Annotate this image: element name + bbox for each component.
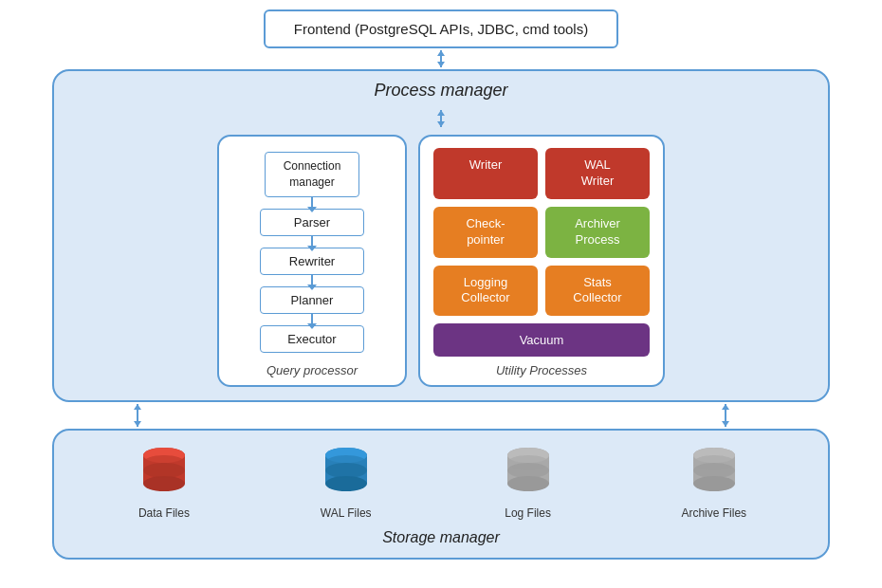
qp-storage-arrow (128, 402, 147, 429)
inner-area: Connectionmanager Parser Rewriter Planne (69, 135, 813, 387)
svg-point-29 (507, 463, 549, 478)
svg-marker-8 (134, 421, 141, 427)
svg-point-14 (143, 476, 185, 491)
process-manager-title: Process manager (374, 81, 507, 101)
vacuum-row: Vacuum (433, 323, 650, 357)
archive-files-item: Archive Files (681, 444, 746, 520)
pm-to-storage-arrows (52, 402, 830, 429)
svg-point-20 (325, 476, 367, 491)
storage-manager-title: Storage manager (382, 529, 500, 546)
svg-point-35 (693, 463, 735, 478)
svg-marker-1 (437, 50, 445, 56)
wal-files-label: WAL Files (321, 506, 372, 520)
planner-box: Planner (260, 286, 364, 314)
frontend-box: Frontend (PostgreSQL APIs, JDBC, cmd too… (264, 9, 618, 48)
svg-marker-5 (437, 121, 445, 127)
svg-point-32 (693, 476, 735, 491)
arrow-parser-rewriter (311, 236, 313, 248)
frontend-label: Frontend (PostgreSQL APIs, JDBC, cmd too… (294, 21, 588, 37)
executor-box: Executor (260, 325, 364, 353)
data-files-label: Data Files (138, 506, 190, 520)
parser-box: Parser (260, 209, 364, 236)
svg-marker-10 (722, 404, 729, 410)
archiver-box: ArchiverProcess (545, 207, 650, 258)
data-files-item: Data Files (136, 444, 193, 520)
svg-marker-11 (722, 421, 729, 427)
log-files-icon (500, 444, 557, 501)
checkpointer-box: Check-pointer (433, 207, 538, 258)
log-files-item: Log Files (500, 444, 557, 520)
svg-point-23 (325, 463, 367, 478)
utility-panel: Writer WALWriter Check-pointer ArchiverP… (418, 135, 665, 387)
query-processor-label: Query processor (219, 363, 405, 377)
archive-files-icon (686, 444, 743, 501)
process-manager-container: Process manager Connectionmanager Parser (52, 69, 830, 402)
vacuum-box: Vacuum (433, 323, 650, 357)
wal-files-icon (318, 444, 375, 501)
arrow-planner-executor (311, 314, 313, 325)
query-processor-panel: Connectionmanager Parser Rewriter Planne (217, 135, 407, 387)
arrow-rewriter-planner (311, 275, 313, 286)
qp-flow: Connectionmanager Parser Rewriter Planne (260, 152, 364, 353)
wal-writer-box: WALWriter (545, 148, 650, 199)
storage-content: Data Files WAL Files (73, 444, 809, 520)
stats-collector-box: StatsCollector (545, 266, 650, 317)
connection-manager-box: Connectionmanager (265, 152, 359, 197)
storage-manager-container: Data Files WAL Files (52, 429, 830, 560)
svg-point-17 (143, 463, 185, 478)
rewriter-box: Rewriter (260, 248, 364, 275)
frontend-to-pm-arrow (432, 48, 450, 69)
svg-marker-4 (437, 110, 445, 116)
data-files-icon (136, 444, 193, 501)
wal-files-item: WAL Files (318, 444, 375, 520)
writer-box: Writer (433, 148, 538, 199)
log-files-label: Log Files (505, 506, 551, 520)
logging-collector-box: LoggingCollector (433, 266, 538, 317)
arrow-cm-parser (311, 197, 313, 209)
up-storage-arrow (716, 402, 735, 429)
svg-point-26 (507, 476, 549, 491)
utility-processes-label: Utility Processes (420, 363, 663, 377)
svg-marker-2 (437, 62, 445, 67)
pm-inner-arrow (432, 108, 450, 129)
svg-marker-7 (134, 404, 141, 410)
archive-files-label: Archive Files (681, 506, 746, 520)
utility-grid: Writer WALWriter Check-pointer ArchiverP… (433, 148, 650, 316)
diagram: Frontend (PostgreSQL APIs, JDBC, cmd too… (14, 9, 868, 579)
